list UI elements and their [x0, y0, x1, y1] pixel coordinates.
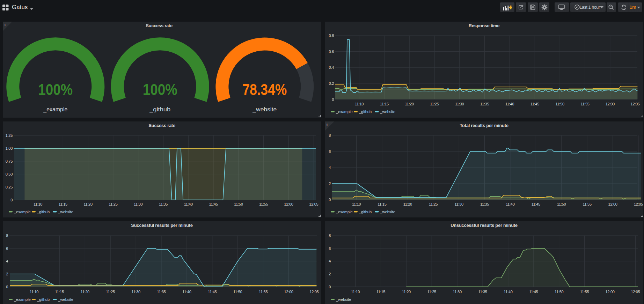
svg-text:100%: 100% — [38, 81, 73, 98]
svg-text:11:30: 11:30 — [454, 202, 463, 206]
svg-text:11:25: 11:25 — [429, 202, 438, 206]
svg-text:6: 6 — [329, 246, 331, 251]
svg-text:12:00: 12:00 — [605, 290, 614, 294]
svg-text:100%: 100% — [143, 81, 177, 98]
svg-text:11:25: 11:25 — [427, 290, 436, 294]
svg-text:4: 4 — [329, 259, 331, 263]
svg-text:11:25: 11:25 — [106, 290, 115, 294]
svg-text:0: 0 — [332, 97, 334, 102]
svg-text:11:10: 11:10 — [355, 102, 364, 106]
svg-text:0.25: 0.25 — [6, 185, 13, 189]
svg-text:11:40: 11:40 — [182, 290, 191, 294]
svg-text:8: 8 — [6, 233, 8, 238]
svg-text:0.8: 0.8 — [329, 34, 334, 38]
svg-text:1.25: 1.25 — [6, 133, 13, 138]
svg-text:11:35: 11:35 — [480, 202, 489, 206]
svg-text:4: 4 — [329, 165, 331, 170]
svg-text:4: 4 — [6, 259, 8, 263]
svg-text:11:20: 11:20 — [405, 102, 414, 106]
svg-text:11:50: 11:50 — [555, 290, 563, 294]
svg-text:12:00: 12:00 — [606, 102, 615, 106]
svg-text:6: 6 — [329, 149, 331, 154]
svg-text:6: 6 — [6, 246, 8, 251]
svg-text:_website: _website — [58, 210, 73, 214]
svg-text:0: 0 — [329, 285, 331, 289]
svg-text:_example: _example — [43, 106, 67, 113]
svg-text:_website: _website — [380, 210, 395, 214]
svg-text:11:45: 11:45 — [532, 202, 540, 206]
svg-text:11:15: 11:15 — [59, 202, 67, 206]
svg-text:11:45: 11:45 — [209, 202, 218, 206]
svg-text:11:10: 11:10 — [351, 290, 360, 294]
svg-text:11:30: 11:30 — [453, 290, 461, 294]
svg-text:11:30: 11:30 — [131, 290, 140, 294]
svg-text:11:15: 11:15 — [55, 290, 64, 294]
svg-text:11:10: 11:10 — [352, 202, 361, 206]
svg-text:11:40: 11:40 — [506, 202, 514, 206]
svg-text:0.2: 0.2 — [329, 81, 334, 86]
svg-text:11:55: 11:55 — [259, 290, 268, 294]
svg-text:2: 2 — [329, 272, 331, 276]
svg-text:11:50: 11:50 — [233, 290, 242, 294]
svg-text:12:05: 12:05 — [309, 290, 319, 294]
svg-text:0.6: 0.6 — [329, 50, 334, 54]
svg-text:_example: _example — [336, 210, 353, 214]
svg-text:2: 2 — [329, 181, 331, 186]
svg-text:11:35: 11:35 — [478, 290, 487, 294]
svg-text:11:40: 11:40 — [504, 290, 512, 294]
svg-text:11:25: 11:25 — [109, 202, 117, 206]
svg-text:_github: _github — [37, 297, 50, 302]
svg-text:i: i — [327, 123, 328, 127]
svg-text:11:40: 11:40 — [505, 102, 514, 106]
svg-text:_example: _example — [14, 297, 31, 302]
svg-text:11:20: 11:20 — [81, 290, 89, 294]
svg-text:11:25: 11:25 — [430, 102, 439, 106]
svg-text:11:40: 11:40 — [184, 202, 193, 206]
svg-text:12:05: 12:05 — [634, 202, 643, 206]
svg-text:_github: _github — [359, 110, 372, 114]
svg-text:11:55: 11:55 — [580, 102, 589, 106]
svg-text:11:50: 11:50 — [234, 202, 243, 206]
svg-text:0: 0 — [6, 285, 8, 289]
svg-text:11:55: 11:55 — [259, 202, 268, 206]
svg-text:_github: _github — [149, 106, 170, 113]
svg-text:11:10: 11:10 — [30, 290, 38, 294]
svg-text:0: 0 — [10, 198, 13, 202]
svg-text:0: 0 — [329, 198, 331, 202]
svg-text:12:05: 12:05 — [631, 102, 640, 106]
svg-text:_example: _example — [14, 210, 31, 214]
svg-text:11:20: 11:20 — [83, 202, 92, 206]
svg-text:11:45: 11:45 — [529, 290, 538, 294]
svg-text:_github: _github — [359, 210, 372, 214]
svg-text:_github: _github — [37, 210, 50, 214]
svg-text:_website: _website — [380, 110, 395, 114]
svg-text:11:20: 11:20 — [402, 290, 411, 294]
svg-text:_website: _website — [336, 297, 351, 302]
svg-text:1.00: 1.00 — [6, 146, 13, 150]
svg-text:8: 8 — [329, 233, 331, 238]
svg-text:11:30: 11:30 — [455, 102, 464, 106]
svg-text:12:05: 12:05 — [309, 202, 318, 206]
svg-text:11:15: 11:15 — [376, 290, 385, 294]
svg-text:i: i — [5, 23, 6, 27]
svg-text:_website: _website — [58, 297, 73, 302]
svg-text:11:15: 11:15 — [380, 102, 389, 106]
svg-text:2: 2 — [6, 272, 8, 276]
svg-text:11:30: 11:30 — [134, 202, 142, 206]
svg-text:8: 8 — [329, 133, 331, 138]
svg-text:11:20: 11:20 — [403, 202, 412, 206]
svg-text:_example: _example — [336, 110, 353, 114]
svg-text:_website: _website — [252, 106, 277, 113]
svg-text:12:00: 12:00 — [608, 202, 617, 206]
svg-text:0.50: 0.50 — [6, 172, 13, 176]
svg-text:11:55: 11:55 — [580, 290, 589, 294]
svg-text:11:35: 11:35 — [159, 202, 168, 206]
svg-text:11:55: 11:55 — [583, 202, 591, 206]
svg-text:11:45: 11:45 — [530, 102, 539, 106]
svg-text:11:15: 11:15 — [378, 202, 386, 206]
svg-text:11:10: 11:10 — [34, 202, 42, 206]
svg-text:0.4: 0.4 — [329, 65, 334, 69]
svg-text:12:00: 12:00 — [284, 290, 293, 294]
svg-text:11:50: 11:50 — [557, 202, 566, 206]
svg-text:11:50: 11:50 — [555, 102, 564, 106]
